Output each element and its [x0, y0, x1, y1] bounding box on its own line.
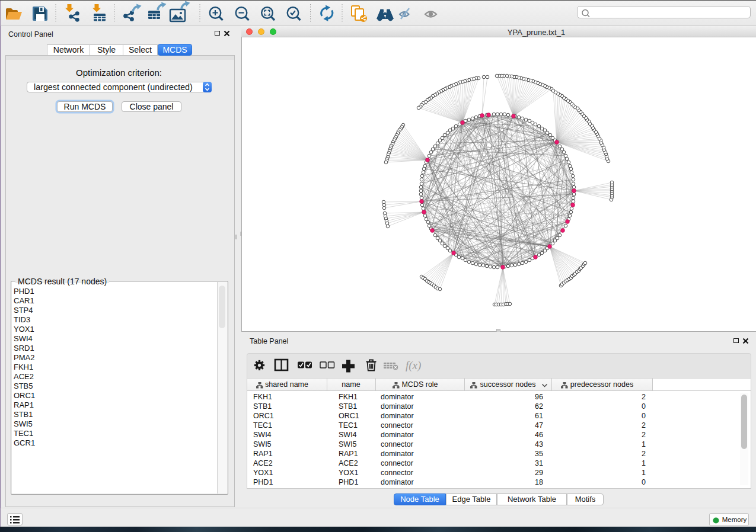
svg-text:f(x): f(x) — [406, 359, 421, 372]
